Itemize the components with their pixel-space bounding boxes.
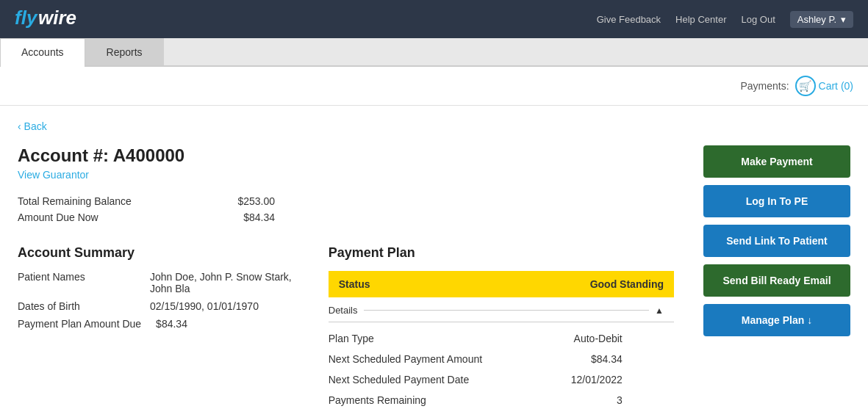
bottom-section: Account Summary Patient Names John Doe, … xyxy=(18,245,674,410)
dates-of-birth-value: 02/15/1990, 01/01/1970 xyxy=(150,300,259,312)
user-name: Ashley P. xyxy=(797,14,836,25)
status-value: Good Standing xyxy=(590,278,664,290)
header-nav: Give Feedback Help Center Log Out Ashley… xyxy=(597,11,853,28)
account-number: Account #: A400000 xyxy=(18,145,674,166)
svg-text:wire: wire xyxy=(38,7,76,29)
make-payment-button[interactable]: Make Payment xyxy=(703,145,850,178)
payment-plan-due-row: Payment Plan Amount Due $84.34 xyxy=(18,318,292,330)
tab-accounts[interactable]: Accounts xyxy=(0,38,85,67)
status-label: Status xyxy=(339,278,370,290)
main-content: ‹ Back Account #: A400000 View Guarantor… xyxy=(0,106,868,420)
total-remaining-row: Total Remaining Balance $253.00 xyxy=(18,195,275,207)
plan-type-value: Auto-Debit xyxy=(574,333,623,344)
chevron-up-icon[interactable]: ▲ xyxy=(655,305,664,316)
next-date-value: 12/01/2022 xyxy=(571,374,623,385)
patient-names-value: John Doe, John P. Snow Stark,John Bla xyxy=(150,271,292,294)
payments-label: Payments: xyxy=(740,80,789,92)
cart-icon: 🛒 xyxy=(795,76,816,96)
back-link[interactable]: ‹ Back xyxy=(18,120,850,132)
logout-link[interactable]: Log Out xyxy=(741,14,775,25)
logo[interactable]: fly wire xyxy=(15,5,81,33)
send-link-to-patient-button[interactable]: Send Link To Patient xyxy=(703,225,850,257)
amount-due-value: $84.34 xyxy=(243,211,275,223)
help-center-link[interactable]: Help Center xyxy=(675,14,726,25)
cart-link[interactable]: Cart (0) xyxy=(819,80,853,92)
total-remaining-label: Total Remaining Balance xyxy=(18,195,132,207)
next-date-label: Next Scheduled Payment Date xyxy=(329,374,469,385)
payments-remaining-value: 3 xyxy=(617,394,623,406)
amount-due-label: Amount Due Now xyxy=(18,211,98,223)
view-guarantor-link[interactable]: View Guarantor xyxy=(18,169,674,181)
give-feedback-link[interactable]: Give Feedback xyxy=(597,14,661,25)
next-amount-value: $84.34 xyxy=(591,353,623,365)
payment-plan-due-value: $84.34 xyxy=(156,318,187,330)
details-label: Details xyxy=(329,305,358,316)
manage-plan-button[interactable]: Manage Plan ↓ xyxy=(703,304,850,336)
details-header[interactable]: Details ▲ xyxy=(329,299,674,322)
patient-names-row: Patient Names John Doe, John P. Snow Sta… xyxy=(18,271,292,294)
left-panel: Account #: A400000 View Guarantor Total … xyxy=(18,145,703,420)
tabs-bar: Accounts Reports xyxy=(0,38,868,67)
header: fly wire Give Feedback Help Center Log O… xyxy=(0,0,868,38)
patient-names-label: Patient Names xyxy=(18,271,135,294)
svg-text:fly: fly xyxy=(15,7,38,29)
payments-remaining-label: Payments Remaining xyxy=(329,394,426,406)
tab-reports[interactable]: Reports xyxy=(85,38,164,65)
details-line xyxy=(364,310,650,311)
plan-type-label: Plan Type xyxy=(329,333,374,344)
status-row: Status Good Standing xyxy=(329,271,674,297)
log-in-to-pe-button[interactable]: Log In To PE xyxy=(703,185,850,217)
next-amount-row: Next Scheduled Payment Amount $84.34 xyxy=(329,349,623,369)
chevron-down-icon: ▾ xyxy=(841,14,846,25)
total-remaining-value: $253.00 xyxy=(237,195,275,207)
account-summary-title: Account Summary xyxy=(18,245,292,261)
next-amount-label: Next Scheduled Payment Amount xyxy=(329,353,482,365)
payment-plan-section: Payment Plan Status Good Standing Detail… xyxy=(321,245,674,410)
content-layout: Account #: A400000 View Guarantor Total … xyxy=(18,145,850,420)
plan-type-row: Plan Type Auto-Debit xyxy=(329,328,623,349)
next-date-row: Next Scheduled Payment Date 12/01/2022 xyxy=(329,369,623,390)
payment-plan-due-label: Payment Plan Amount Due xyxy=(18,318,141,330)
dates-of-birth-label: Dates of Birth xyxy=(18,300,135,312)
right-panel: Make Payment Log In To PE Send Link To P… xyxy=(703,145,850,420)
send-bill-ready-email-button[interactable]: Send Bill Ready Email xyxy=(703,264,850,297)
account-summary: Account Summary Patient Names John Doe, … xyxy=(18,245,292,410)
amount-due-row: Amount Due Now $84.34 xyxy=(18,211,275,223)
user-menu[interactable]: Ashley P. ▾ xyxy=(790,11,853,28)
payments-remaining-row: Payments Remaining 3 xyxy=(329,390,623,410)
dates-of-birth-row: Dates of Birth 02/15/1990, 01/01/1970 xyxy=(18,300,292,312)
payments-bar: Payments: 🛒 Cart (0) xyxy=(0,67,868,106)
payment-plan-title: Payment Plan xyxy=(329,245,674,261)
